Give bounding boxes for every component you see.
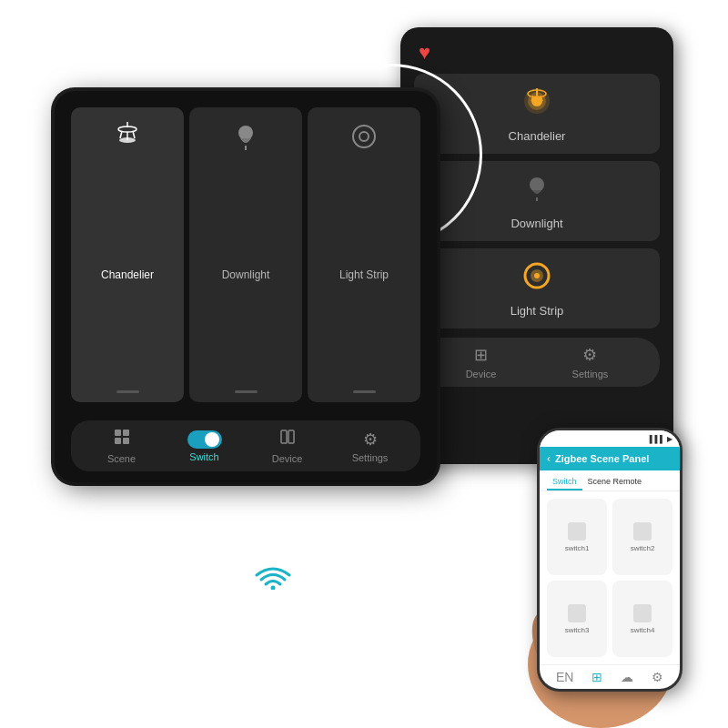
phone-tabs: Switch Scene Remote: [540, 470, 680, 491]
phone-screen: ▌▌▌ ▶ ‹ Zigbee Scene Panel Switch Scene …: [540, 430, 680, 689]
phone-title: Zigbee Scene Panel: [555, 453, 649, 464]
svg-rect-23: [123, 430, 129, 436]
scene-container: ♥ Chandelier: [0, 0, 728, 728]
svg-point-11: [534, 273, 540, 278]
nav-scene[interactable]: Scene: [95, 428, 149, 464]
back-panel: ♥ Chandelier: [400, 27, 673, 464]
wifi-icon: [255, 561, 291, 596]
lightstrip-card-bar: [353, 390, 376, 393]
phone-switch-3[interactable]: switch3: [547, 581, 607, 657]
chandelier-icon: [521, 85, 553, 124]
device-card-lightstrip[interactable]: Light Strip: [308, 107, 420, 402]
chandelier-label: Chandelier: [509, 129, 566, 143]
device-card-chandelier[interactable]: Chandelier: [71, 107, 184, 402]
phone-header: ‹ Zigbee Scene Panel: [540, 447, 680, 470]
switch-nav-label: Switch: [189, 451, 218, 462]
phone-switch-4[interactable]: switch4: [612, 581, 672, 657]
phone-tab-switch[interactable]: Switch: [547, 474, 582, 490]
lightstrip-label: Light Strip: [511, 304, 564, 318]
lightstrip-card-label: Light Strip: [339, 268, 389, 281]
svg-rect-22: [115, 430, 121, 436]
svg-rect-26: [281, 430, 287, 443]
phone-back-btn[interactable]: ‹: [547, 452, 551, 465]
nav-switch[interactable]: Switch: [177, 430, 232, 462]
footer-device-label: Device: [466, 369, 497, 379]
svg-point-17: [119, 137, 136, 143]
footer-settings-label: Settings: [572, 369, 609, 379]
downlight-card-label: Downlight: [222, 268, 270, 281]
main-panel: Chandelier Downlight: [55, 91, 437, 482]
back-item-chandelier[interactable]: Chandelier: [414, 74, 660, 154]
phone-nav-timer[interactable]: ☁: [621, 670, 633, 684]
device-nav-label: Device: [272, 453, 303, 464]
back-panel-items: Chandelier Downlight: [414, 74, 660, 329]
svg-rect-25: [123, 438, 129, 444]
svg-point-28: [271, 586, 276, 591]
heart-icon: ♥: [419, 41, 660, 65]
lightstrip-icon: [521, 259, 553, 298]
phone-mockup: ▌▌▌ ▶ ‹ Zigbee Scene Panel Switch Scene …: [537, 428, 682, 692]
svg-rect-27: [288, 430, 294, 443]
device-grid: Chandelier Downlight: [71, 107, 420, 402]
downlight-label: Downlight: [511, 217, 562, 230]
phone-nav-settings2[interactable]: ⚙: [652, 670, 663, 684]
nav-settings[interactable]: ⚙ Settings: [343, 430, 398, 463]
sw1-label: switch1: [565, 544, 590, 552]
settings-nav-label: Settings: [352, 452, 389, 463]
phone-tab-scene[interactable]: Scene Remote: [582, 474, 648, 490]
phone-nav-en[interactable]: EN: [556, 670, 573, 684]
sw2-label: switch2: [631, 544, 655, 552]
nav-device[interactable]: Device: [260, 428, 315, 464]
phone-bottom-nav: EN ⊞ ☁ ⚙: [540, 664, 680, 689]
device-nav-icon: [278, 428, 297, 450]
phone-switch-1[interactable]: switch1: [547, 499, 607, 575]
device-icon: ⊞: [474, 345, 488, 365]
svg-line-14: [120, 131, 122, 138]
settings-icon-back: ⚙: [582, 345, 597, 365]
phone-nav-active[interactable]: ⊞: [592, 670, 602, 684]
chandelier-card-icon: [111, 120, 144, 159]
sw1-icon: [568, 522, 586, 541]
lightstrip-card-icon: [348, 120, 380, 159]
back-item-downlight[interactable]: Downlight: [414, 161, 660, 241]
switch-toggle[interactable]: [187, 430, 222, 449]
settings-nav-icon: ⚙: [363, 430, 378, 450]
svg-line-15: [133, 131, 135, 138]
bottom-nav: Scene Switch Device: [71, 420, 420, 471]
phone-signal: ▌▌▌ ▶: [650, 435, 672, 443]
sw3-icon: [568, 604, 586, 622]
sw4-icon: [633, 604, 652, 622]
back-item-lightstrip[interactable]: Light Strip: [414, 248, 660, 329]
sw4-label: switch4: [631, 626, 655, 634]
toggle-knob: [205, 432, 219, 447]
downlight-icon: [521, 172, 553, 211]
svg-point-20: [353, 126, 375, 147]
footer-device-btn[interactable]: ⊞ Device: [466, 345, 497, 379]
scene-nav-icon: [113, 428, 131, 450]
svg-point-7: [530, 177, 544, 192]
sw3-label: switch3: [565, 626, 590, 634]
footer-settings-btn[interactable]: ⚙ Settings: [572, 345, 609, 379]
svg-point-18: [238, 126, 253, 140]
downlight-card-icon: [229, 120, 262, 159]
back-panel-footer: ⊞ Device ⚙ Settings: [414, 338, 660, 387]
main-screen: Chandelier Downlight: [71, 107, 420, 471]
scene-nav-label: Scene: [107, 453, 136, 464]
svg-rect-24: [115, 438, 121, 444]
sw2-icon: [633, 522, 652, 541]
phone-switch-2[interactable]: switch2: [612, 499, 672, 575]
chandelier-card-label: Chandelier: [101, 268, 154, 281]
downlight-card-bar: [235, 390, 258, 393]
phone-switches-grid: switch1 switch2 switch3 switch4: [540, 491, 680, 664]
chandelier-card-bar: [116, 390, 139, 393]
svg-point-21: [359, 132, 369, 141]
phone-statusbar: ▌▌▌ ▶: [540, 430, 680, 447]
device-card-downlight[interactable]: Downlight: [189, 107, 302, 402]
